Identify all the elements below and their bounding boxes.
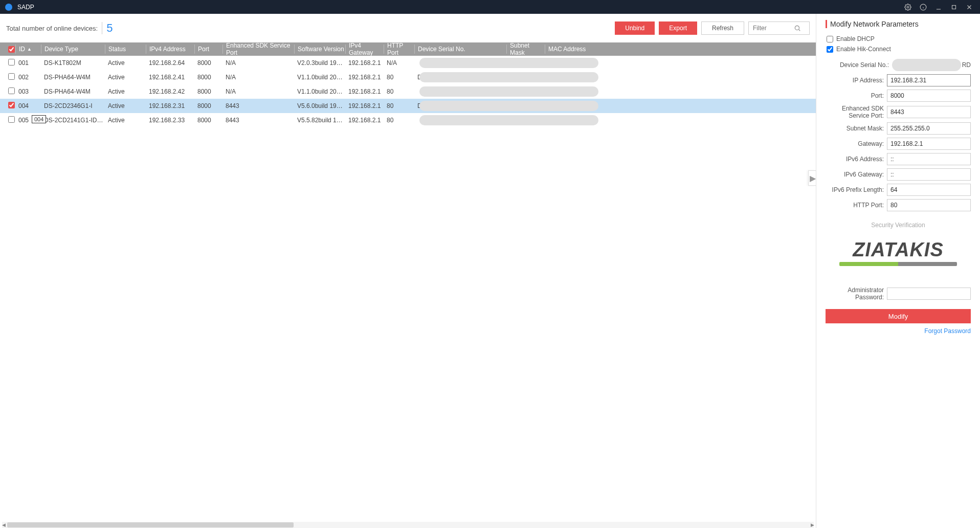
table-row[interactable]: 002 DS-PHA64-W4M Active 192.168.2.41 800… — [0, 70, 816, 84]
cell-device-type: DS-2CD2346G1-I — [41, 102, 105, 109]
gateway-input[interactable] — [887, 138, 971, 150]
row-checkbox[interactable] — [8, 73, 15, 80]
admin-password-input[interactable] — [887, 288, 971, 300]
cell-http-port: 80 — [384, 117, 414, 124]
cell-http-port: N/A — [384, 59, 414, 67]
scroll-right-arrow[interactable]: ▶ — [810, 522, 815, 528]
header-port[interactable]: Port — [194, 45, 222, 54]
header-gateway[interactable]: IPv4 Gateway — [345, 45, 384, 54]
http-port-input[interactable] — [887, 199, 971, 211]
cell-device-type: DS-PHA64-W4M — [41, 88, 105, 95]
filter-input[interactable] — [753, 25, 794, 32]
modify-button[interactable]: Modify — [826, 309, 971, 323]
titlebar: SADP — [0, 0, 980, 14]
export-button[interactable]: Export — [659, 21, 697, 35]
tooltip: 004 — [32, 115, 46, 123]
table-header: ID▲ Device Type Status IPv4 Address Port… — [0, 42, 816, 56]
cell-software: V5.5.82build 190... — [294, 117, 345, 124]
minimize-icon[interactable] — [933, 2, 944, 13]
cell-software: V1.1.0build 2002... — [294, 74, 345, 81]
subnet-mask-input[interactable] — [887, 122, 971, 135]
device-count-value: 5 — [106, 21, 113, 35]
row-checkbox-cell[interactable] — [5, 59, 15, 67]
header-serial[interactable]: Device Serial No. — [414, 45, 506, 54]
enable-hik-checkbox[interactable] — [827, 46, 833, 53]
cell-gateway: 192.168.2.1 — [345, 88, 384, 95]
cell-status: Active — [105, 88, 146, 95]
cell-port: 8000 — [194, 59, 222, 67]
row-checkbox[interactable] — [8, 116, 15, 123]
ipv6-address-input[interactable] — [887, 153, 971, 165]
collapse-panel-handle[interactable]: ▶ — [808, 170, 816, 186]
scroll-left-arrow[interactable]: ◀ — [1, 522, 6, 528]
header-subnet-mask[interactable]: Subnet Mask — [506, 45, 545, 54]
svg-point-8 — [795, 26, 799, 30]
cell-id: 002 — [15, 74, 41, 81]
scrollbar-thumb[interactable] — [7, 522, 294, 527]
row-checkbox-cell[interactable] — [5, 116, 15, 124]
enable-hik-row[interactable]: Enable Hik-Connect — [826, 46, 971, 53]
horizontal-scrollbar[interactable]: ◀ ▶ — [2, 522, 814, 528]
row-checkbox[interactable] — [8, 87, 15, 94]
header-mac[interactable]: MAC Address — [545, 45, 591, 54]
row-checkbox[interactable] — [8, 59, 15, 65]
table-row[interactable]: 001 DS-K1T802M Active 192.168.2.64 8000 … — [0, 56, 816, 70]
cell-device-type: DS-2CD2141G1-IDW1 — [41, 117, 105, 124]
cell-port: 8000 — [194, 117, 222, 124]
toolbar: Total number of online devices: 5 Unbind… — [0, 14, 816, 42]
cell-status: Active — [105, 102, 146, 109]
enable-dhcp-checkbox[interactable] — [827, 36, 833, 42]
cell-software: V2.0.3build 1903... — [294, 59, 345, 67]
row-checkbox-cell[interactable] — [5, 73, 15, 81]
redacted-area — [419, 115, 598, 125]
cell-status: Active — [105, 117, 146, 124]
header-id[interactable]: ID▲ — [15, 45, 41, 54]
port-label: Port: — [826, 92, 887, 99]
cell-sdk-port: N/A — [222, 74, 294, 81]
redacted-area — [419, 101, 598, 111]
cell-sdk-port: N/A — [222, 88, 294, 95]
ipv6-address-label: IPv6 Address: — [826, 156, 887, 163]
ipv6-gateway-input[interactable] — [887, 168, 971, 181]
serial-label: Device Serial No.: — [826, 61, 892, 69]
watermark-logo: ZIATAKIS — [826, 239, 971, 266]
refresh-button[interactable]: Refresh — [701, 21, 744, 35]
filter-box[interactable] — [748, 21, 810, 35]
header-sdk-port[interactable]: Enhanced SDK Service Port — [222, 45, 294, 54]
redacted-area — [419, 86, 598, 97]
table-row[interactable]: 005 DS-2CD2141G1-IDW1 Active 192.168.2.3… — [0, 113, 816, 127]
maximize-icon[interactable] — [948, 2, 960, 13]
row-checkbox-cell[interactable] — [5, 102, 15, 110]
enable-dhcp-row[interactable]: Enable DHCP — [826, 35, 971, 42]
header-ipv4[interactable]: IPv4 Address — [146, 45, 194, 54]
gateway-label: Gateway: — [826, 140, 887, 147]
cell-ipv4: 192.168.2.31 — [146, 102, 194, 109]
ipv6-prefix-input[interactable] — [887, 184, 971, 196]
info-icon[interactable] — [918, 2, 929, 13]
cell-http-port: 80 — [384, 102, 414, 109]
serial-redacted — [892, 59, 961, 71]
header-device-type[interactable]: Device Type — [41, 45, 105, 54]
gear-icon[interactable] — [902, 2, 914, 13]
ip-address-input[interactable] — [887, 74, 971, 86]
table-row[interactable]: 004 DS-2CD2346G1-I Active 192.168.2.31 8… — [0, 99, 816, 113]
cell-ipv4: 192.168.2.41 — [146, 74, 194, 81]
forgot-password-link[interactable]: Forgot Password — [826, 327, 971, 335]
header-status[interactable]: Status — [105, 45, 146, 54]
header-checkbox[interactable] — [5, 45, 15, 54]
logo-underline — [839, 262, 957, 266]
table-row[interactable]: 003 DS-PHA64-W4M Active 192.168.2.42 800… — [0, 84, 816, 99]
header-software[interactable]: Software Version — [294, 45, 345, 54]
row-checkbox[interactable] — [8, 102, 15, 108]
http-port-label: HTTP Port: — [826, 202, 887, 209]
sdk-port-input[interactable] — [887, 106, 971, 118]
close-icon[interactable] — [964, 2, 975, 13]
modify-network-panel: Modify Network Parameters Enable DHCP En… — [816, 14, 980, 528]
row-checkbox-cell[interactable] — [5, 87, 15, 96]
header-http-port[interactable]: HTTP Port — [384, 45, 414, 54]
app-icon — [5, 4, 12, 11]
cell-status: Active — [105, 74, 146, 81]
port-input[interactable] — [887, 90, 971, 102]
unbind-button[interactable]: Unbind — [615, 21, 655, 35]
device-table: ID▲ Device Type Status IPv4 Address Port… — [0, 42, 816, 528]
